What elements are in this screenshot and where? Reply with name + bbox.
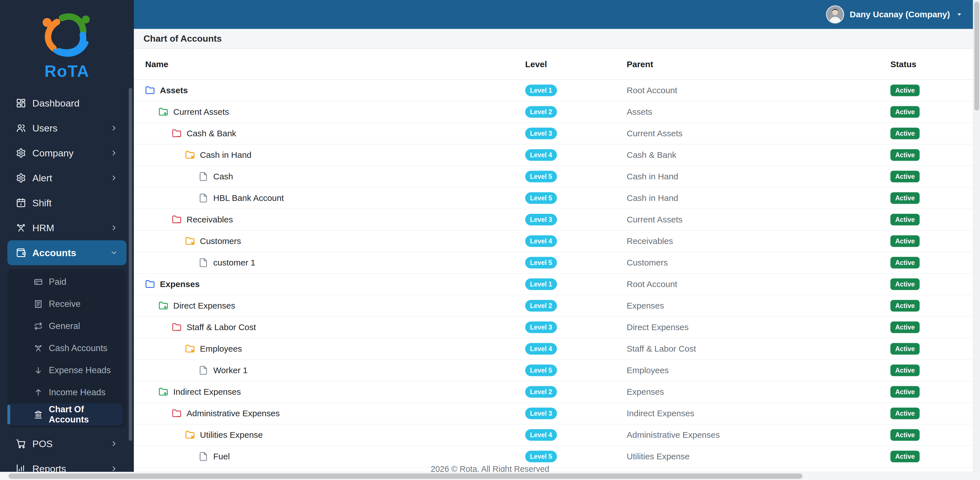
- level-badge: Level 3: [525, 408, 557, 419]
- parent-name: Cash in Hand: [627, 193, 678, 203]
- table-row: Worker 1 Level 5 Employees Active: [134, 360, 973, 382]
- table-row: Direct Expenses Level 2 Expenses Active: [134, 295, 973, 317]
- user-menu[interactable]: Dany Ucanay (Company): [826, 5, 963, 24]
- level-badge: Level 5: [525, 171, 557, 182]
- level-badge: Level 1: [525, 85, 557, 96]
- gear-icon: [16, 173, 26, 183]
- status-badge: Active: [890, 300, 920, 312]
- sidebar-item-shift[interactable]: Shift: [7, 190, 126, 215]
- horizontal-scrollbar-thumb[interactable]: [8, 474, 802, 479]
- parent-name: Utilities Expense: [627, 451, 690, 461]
- level-badge: Level 3: [525, 128, 557, 139]
- sidebar-subitem-cash-accounts[interactable]: Cash Accounts: [7, 337, 126, 359]
- sidebar-item-dashboard[interactable]: Dashboard: [7, 91, 126, 116]
- parent-name: Root Account: [627, 86, 677, 95]
- level-badge: Level 5: [525, 192, 557, 204]
- logo-wordmark: RoTA: [45, 63, 89, 79]
- parent-name: Staff & Labor Cost: [627, 344, 696, 353]
- avatar: [826, 5, 844, 24]
- parent-name: Current Assets: [627, 215, 682, 224]
- table-row: Cash in Hand Level 4 Cash & Bank Active: [134, 144, 973, 166]
- account-name: Utilities Expense: [200, 430, 263, 440]
- status-badge: Active: [890, 322, 920, 333]
- sidebar-subitem-receive[interactable]: Receive: [7, 293, 126, 315]
- sidebar-item-hrm[interactable]: HRM: [7, 215, 126, 240]
- sidebar-item-company[interactable]: Company: [7, 141, 126, 165]
- status-badge: Active: [890, 257, 920, 269]
- chevron-right-icon: [110, 174, 118, 182]
- chevron-right-icon: [110, 124, 118, 132]
- folder-icon: [145, 279, 155, 289]
- sidebar-subitem-label: Cash Accounts: [49, 343, 107, 353]
- parent-name: Cash in Hand: [627, 172, 678, 181]
- sidebar-subitem-expense-heads[interactable]: Expense Heads: [7, 359, 126, 382]
- account-name: Cash & Bank: [186, 128, 236, 138]
- file-icon: [199, 451, 208, 461]
- status-badge: Active: [890, 386, 920, 398]
- account-name: Assets: [160, 86, 188, 95]
- status-badge: Active: [890, 343, 920, 355]
- accounts-table: Name Level Parent Status Assets Level 1 …: [134, 49, 973, 472]
- arrow-down-icon: [34, 366, 43, 375]
- table-row: Expenses Level 1 Root Account Active: [134, 274, 973, 295]
- level-badge: Level 4: [525, 149, 557, 161]
- bank-icon: [34, 410, 43, 419]
- repeat-icon: [34, 322, 43, 330]
- sidebar-subitem-paid[interactable]: Paid: [7, 271, 126, 293]
- level-badge: Level 2: [525, 386, 557, 398]
- file-icon: [199, 172, 208, 181]
- status-badge: Active: [890, 85, 920, 96]
- status-badge: Active: [890, 365, 920, 376]
- sidebar-item-users[interactable]: Users: [7, 116, 126, 141]
- level-badge: Level 5: [525, 257, 557, 269]
- column-header-level: Level: [525, 60, 547, 69]
- folder-minus-icon: [172, 409, 181, 418]
- status-badge: Active: [890, 149, 920, 161]
- account-name: Customers: [200, 236, 241, 246]
- status-badge: Active: [890, 171, 920, 182]
- column-header-name: Name: [145, 60, 169, 69]
- sidebar-item-label: Shift: [32, 198, 52, 209]
- dashboard-icon: [16, 98, 26, 108]
- app-logo[interactable]: RoTA: [0, 0, 134, 91]
- account-name: Employees: [200, 344, 242, 353]
- file-icon: [199, 258, 208, 268]
- column-header-parent: Parent: [627, 60, 653, 69]
- gear-icon: [16, 148, 26, 158]
- folder-plus-icon: [159, 387, 168, 397]
- level-badge: Level 4: [525, 343, 557, 355]
- parent-name: Customers: [627, 258, 668, 268]
- account-name: customer 1: [213, 258, 255, 268]
- users-icon: [16, 123, 26, 133]
- status-badge: Active: [890, 192, 920, 204]
- folder-x-icon: [185, 344, 195, 353]
- sidebar-item-pos[interactable]: POS: [7, 431, 126, 456]
- status-badge: Active: [890, 429, 920, 441]
- account-name: Direct Expenses: [173, 301, 235, 310]
- parent-name: Expenses: [627, 387, 664, 397]
- sidebar-item-alert[interactable]: Alert: [7, 165, 126, 190]
- arrow-up-icon: [34, 388, 43, 397]
- folder-plus-icon: [159, 107, 168, 117]
- sidebar-subitem-income-heads[interactable]: Income Heads: [7, 382, 126, 404]
- user-name: Dany Ucanay (Company): [850, 10, 950, 19]
- sidebar-subitem-general[interactable]: General: [7, 315, 126, 337]
- parent-name: Direct Expenses: [627, 322, 689, 332]
- sidebar-subitem-chart-of-accounts[interactable]: Chart Of Accounts: [8, 404, 123, 426]
- sidebar-scrollbar-thumb[interactable]: [129, 88, 132, 441]
- account-name: Staff & Labor Cost: [186, 322, 256, 332]
- sidebar-item-label: POS: [32, 438, 53, 449]
- status-badge: Active: [890, 408, 920, 419]
- level-badge: Level 1: [525, 279, 557, 290]
- sidebar-subitem-label: Income Heads: [49, 387, 105, 398]
- folder-minus-icon: [172, 322, 181, 332]
- topbar: Dany Ucanay (Company): [134, 0, 973, 29]
- table-body: Assets Level 1 Root Account Active Curre…: [134, 80, 973, 480]
- file-icon: [199, 366, 208, 375]
- sidebar-item-accounts[interactable]: Accounts: [7, 240, 126, 265]
- parent-name: Current Assets: [627, 128, 682, 138]
- vertical-scrollbar-thumb[interactable]: [974, 2, 979, 111]
- chevron-right-icon: [110, 440, 118, 448]
- folder-minus-icon: [172, 128, 181, 138]
- sidebar-item-label: Users: [32, 123, 57, 134]
